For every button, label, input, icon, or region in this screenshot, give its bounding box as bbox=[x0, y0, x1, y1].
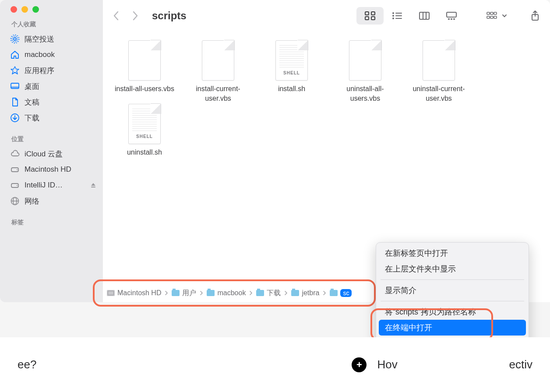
svg-rect-21 bbox=[395, 15, 402, 16]
file-icon bbox=[423, 40, 455, 81]
view-icons-button[interactable] bbox=[356, 7, 384, 25]
context-menu-item[interactable]: 显示简介 bbox=[379, 283, 526, 298]
context-menu-item[interactable]: 在上层文件夹中显示 bbox=[379, 261, 526, 277]
disk-icon bbox=[10, 180, 20, 191]
sidebar: 个人收藏 隔空投送macbook应用程序桌面文稿下载 位置 iCloud 云盘M… bbox=[0, 0, 103, 302]
svg-rect-3 bbox=[11, 83, 19, 88]
view-columns-button[interactable] bbox=[411, 7, 438, 25]
apps-icon bbox=[10, 65, 20, 76]
sidebar-item-label: 隔空投送 bbox=[25, 34, 54, 44]
svg-rect-14 bbox=[365, 12, 369, 15]
svg-rect-36 bbox=[494, 16, 497, 18]
file-item[interactable]: SHELLuninstall.sh bbox=[112, 104, 177, 157]
sidebar-item-label: 文稿 bbox=[25, 97, 39, 107]
svg-point-22 bbox=[392, 18, 394, 19]
svg-point-0 bbox=[14, 38, 16, 40]
file-item[interactable]: uninstall-all-users.vbs bbox=[332, 40, 398, 104]
add-button[interactable]: + bbox=[352, 357, 367, 372]
view-mode-group bbox=[356, 7, 465, 25]
sidebar-section-locations: 位置 bbox=[0, 135, 103, 146]
shell-badge: SHELL bbox=[136, 134, 153, 140]
share-button[interactable] bbox=[530, 10, 540, 22]
file-item[interactable]: install-current-user.vbs bbox=[185, 40, 251, 104]
svg-rect-17 bbox=[371, 17, 375, 20]
sidebar-item-label: IntelliJ ID… bbox=[25, 181, 63, 190]
file-item[interactable]: install-all-users.vbs bbox=[112, 40, 177, 104]
svg-rect-24 bbox=[420, 12, 429, 19]
sidebar-item-label: iCloud 云盘 bbox=[25, 149, 63, 159]
sidebar-item-label: 应用程序 bbox=[25, 66, 54, 76]
svg-point-1 bbox=[12, 36, 18, 42]
svg-rect-10 bbox=[91, 187, 95, 187]
file-icon bbox=[349, 40, 381, 81]
svg-point-18 bbox=[392, 12, 394, 14]
sidebar-item-disk[interactable]: Macintosh HD bbox=[0, 162, 103, 177]
view-list-button[interactable] bbox=[384, 7, 411, 25]
svg-rect-34 bbox=[487, 16, 490, 18]
file-name: install-all-users.vbs bbox=[115, 84, 174, 94]
sidebar-item-label: 网络 bbox=[25, 196, 39, 206]
sidebar-item-disk[interactable]: IntelliJ ID… bbox=[0, 177, 103, 193]
eject-icon[interactable] bbox=[90, 182, 97, 189]
sidebar-item-desktop[interactable]: 桌面 bbox=[0, 78, 103, 94]
toolbar: scripts bbox=[103, 0, 550, 32]
chevron-down-icon bbox=[502, 13, 507, 18]
context-menu-item[interactable]: 在终端中打开 bbox=[379, 320, 526, 335]
file-name: install-current-user.vbs bbox=[185, 84, 251, 104]
file-name: uninstall-current-user.vbs bbox=[406, 84, 472, 104]
menu-separator bbox=[381, 301, 524, 301]
file-item[interactable]: SHELLinstall.sh bbox=[259, 40, 324, 104]
svg-rect-15 bbox=[371, 12, 375, 15]
folder-title: scripts bbox=[152, 10, 187, 22]
sidebar-item-label: 下载 bbox=[25, 113, 39, 123]
minimize-window-button[interactable] bbox=[21, 6, 28, 13]
file-name: install.sh bbox=[278, 84, 305, 94]
back-button[interactable] bbox=[113, 11, 120, 21]
context-menu-item[interactable]: 将“scripts”拷贝为路径名称 bbox=[379, 304, 526, 320]
sidebar-item-globe[interactable]: 网络 bbox=[0, 193, 103, 209]
svg-rect-31 bbox=[487, 12, 490, 14]
home-icon bbox=[10, 49, 20, 60]
file-icon bbox=[202, 40, 234, 81]
svg-rect-29 bbox=[451, 18, 452, 20]
download-icon bbox=[10, 113, 20, 123]
file-icon: SHELL bbox=[128, 104, 161, 144]
file-item[interactable]: uninstall-current-user.vbs bbox=[406, 40, 472, 104]
sidebar-item-home[interactable]: macbook bbox=[0, 47, 103, 63]
sidebar-item-cloud[interactable]: iCloud 云盘 bbox=[0, 146, 103, 162]
context-menu-item[interactable]: 在新标签页中打开 bbox=[379, 245, 526, 261]
svg-point-7 bbox=[17, 170, 18, 170]
group-by-button[interactable] bbox=[486, 11, 507, 21]
svg-rect-32 bbox=[490, 12, 493, 14]
desktop-icon bbox=[10, 81, 20, 92]
sidebar-section-tags: 标签 bbox=[0, 219, 103, 229]
fullscreen-window-button[interactable] bbox=[32, 6, 39, 13]
sidebar-item-doc[interactable]: 文稿 bbox=[0, 94, 103, 110]
menu-separator bbox=[381, 279, 524, 280]
svg-rect-30 bbox=[453, 18, 455, 20]
file-icon bbox=[128, 40, 161, 81]
file-name: uninstall.sh bbox=[127, 148, 162, 157]
svg-rect-35 bbox=[490, 16, 493, 18]
svg-rect-16 bbox=[365, 17, 369, 20]
window-controls bbox=[0, 6, 103, 21]
close-window-button[interactable] bbox=[11, 6, 17, 13]
svg-point-9 bbox=[17, 185, 18, 186]
airdrop-icon bbox=[10, 34, 20, 44]
sidebar-item-label: 桌面 bbox=[25, 81, 39, 92]
svg-rect-33 bbox=[494, 12, 497, 14]
svg-point-20 bbox=[392, 15, 394, 17]
forward-button[interactable] bbox=[132, 11, 139, 21]
sidebar-section-favorites: 个人收藏 bbox=[0, 21, 103, 31]
sidebar-item-download[interactable]: 下载 bbox=[0, 110, 103, 126]
svg-rect-23 bbox=[395, 18, 402, 19]
nav-arrows bbox=[113, 11, 139, 21]
sidebar-item-airdrop[interactable]: 隔空投送 bbox=[0, 31, 103, 47]
view-gallery-button[interactable] bbox=[438, 7, 465, 25]
cloud-icon bbox=[10, 148, 20, 159]
svg-rect-27 bbox=[447, 12, 456, 17]
disk-icon bbox=[10, 164, 20, 175]
bg-text-mid: Hov bbox=[377, 358, 397, 371]
sidebar-item-apps[interactable]: 应用程序 bbox=[0, 63, 103, 78]
svg-rect-28 bbox=[448, 18, 450, 20]
